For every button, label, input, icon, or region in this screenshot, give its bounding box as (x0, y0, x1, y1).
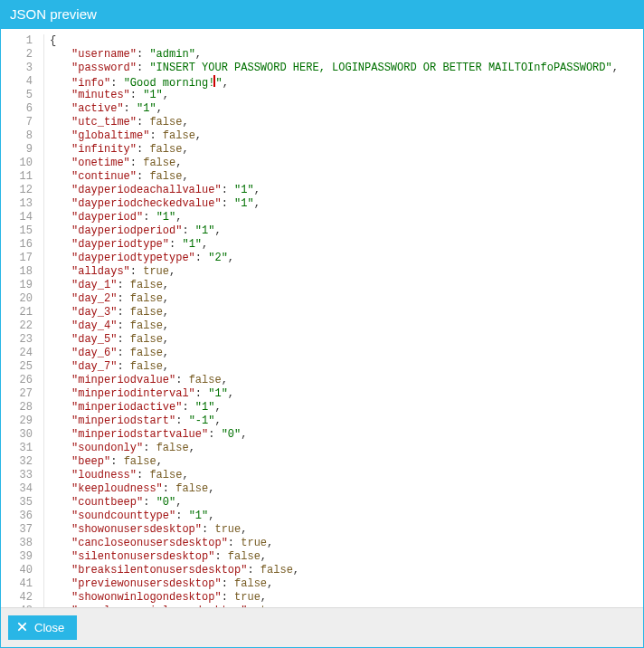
line-number: 32 (6, 455, 36, 469)
line-number: 18 (6, 265, 36, 279)
code-line[interactable]: "soundonly": false, (50, 442, 619, 455)
code-line[interactable]: "dayperiodperiod": "1", (50, 224, 619, 238)
code-line[interactable]: "infinity": false, (50, 143, 619, 157)
line-number: 13 (6, 197, 36, 211)
line-number: 3 (6, 62, 36, 75)
code-line[interactable]: "minutes": "1", (50, 89, 619, 102)
line-number: 16 (6, 238, 36, 252)
close-icon (17, 621, 27, 634)
line-number: 9 (6, 143, 36, 157)
line-number: 4 (6, 75, 36, 89)
line-number: 19 (6, 279, 36, 292)
line-number: 42 (6, 591, 36, 605)
code-line[interactable]: "cancloseonwinlogondesktop": true, (50, 605, 619, 607)
line-number: 39 (6, 550, 36, 564)
line-number: 34 (6, 482, 36, 496)
code-line[interactable]: "countbeep": "0", (50, 496, 619, 510)
line-number: 23 (6, 333, 36, 347)
close-button-label: Close (34, 621, 64, 634)
line-number: 14 (6, 211, 36, 224)
code-line[interactable]: "dayperiodtypetype": "2", (50, 252, 619, 265)
line-number: 15 (6, 224, 36, 238)
line-number: 37 (6, 523, 36, 537)
code-line[interactable]: "day_2": false, (50, 292, 619, 306)
line-number: 36 (6, 510, 36, 523)
line-number: 2 (6, 48, 36, 62)
dialog-footer: Close (1, 607, 643, 647)
line-number: 6 (6, 102, 36, 116)
code-line[interactable]: "password": "INSERT YOUR PASSWORD HERE, … (50, 62, 619, 75)
code-line[interactable]: "cancloseonusersdesktop": true, (50, 537, 619, 550)
code-line[interactable]: "showonwinlogondesktop": true, (50, 591, 619, 605)
line-number: 27 (6, 387, 36, 401)
code-line[interactable]: "silentonusersdesktop": false, (50, 550, 619, 564)
code-line[interactable]: "onetime": false, (50, 157, 619, 170)
code-line[interactable]: "minperiodvalue": false, (50, 374, 619, 387)
code-line[interactable]: "dayperiodtype": "1", (50, 238, 619, 252)
code-line[interactable]: "minperiodstart": "-1", (50, 415, 619, 428)
close-button[interactable]: Close (8, 615, 77, 640)
code-line[interactable]: "globaltime": false, (50, 129, 619, 143)
line-number-gutter: 1234567891011121314151617181920212223242… (6, 34, 44, 607)
code-line[interactable]: "breaksilentonusersdesktop": false, (50, 564, 619, 577)
line-number: 31 (6, 442, 36, 455)
line-number: 43 (6, 605, 36, 607)
code-line[interactable]: "day_5": false, (50, 333, 619, 347)
window-titlebar: JSON preview (1, 1, 643, 29)
code-line[interactable]: "info": "Good morning!", (50, 75, 619, 89)
line-number: 28 (6, 401, 36, 415)
code-line[interactable]: "soundcounttype": "1", (50, 510, 619, 523)
line-number: 5 (6, 89, 36, 102)
line-number: 1 (6, 34, 36, 48)
code-line[interactable]: "utc_time": false, (50, 116, 619, 129)
code-line[interactable]: "previewonusersdesktop": false, (50, 577, 619, 591)
code-line[interactable]: "keeploudness": false, (50, 482, 619, 496)
line-number: 25 (6, 360, 36, 374)
code-line[interactable]: "day_3": false, (50, 306, 619, 319)
code-line[interactable]: "day_6": false, (50, 347, 619, 360)
code-line[interactable]: "active": "1", (50, 102, 619, 116)
code-line[interactable]: "day_1": false, (50, 279, 619, 292)
line-number: 8 (6, 129, 36, 143)
code-editor[interactable]: 1234567891011121314151617181920212223242… (6, 34, 638, 607)
line-number: 17 (6, 252, 36, 265)
line-number: 10 (6, 157, 36, 170)
line-number: 33 (6, 469, 36, 482)
code-line[interactable]: "alldays": true, (50, 265, 619, 279)
code-line[interactable]: "dayperiodeachallvalue": "1", (50, 184, 619, 197)
code-line[interactable]: { (50, 34, 619, 48)
line-number: 40 (6, 564, 36, 577)
line-number: 29 (6, 415, 36, 428)
code-line[interactable]: "dayperiod": "1", (50, 211, 619, 224)
line-number: 22 (6, 319, 36, 333)
code-line[interactable]: "day_7": false, (50, 360, 619, 374)
code-line[interactable]: "username": "admin", (50, 48, 619, 62)
line-number: 7 (6, 116, 36, 129)
code-line[interactable]: "minperiodstartvalue": "0", (50, 428, 619, 442)
code-line[interactable]: "minperiodactive": "1", (50, 401, 619, 415)
code-line[interactable]: "dayperiodcheckedvalue": "1", (50, 197, 619, 211)
line-number: 30 (6, 428, 36, 442)
line-number: 12 (6, 184, 36, 197)
code-line[interactable]: "loudness": false, (50, 469, 619, 482)
line-number: 38 (6, 537, 36, 550)
code-line[interactable]: "day_4": false, (50, 319, 619, 333)
line-number: 26 (6, 374, 36, 387)
json-preview-window: JSON preview 123456789101112131415161718… (0, 0, 644, 648)
line-number: 21 (6, 306, 36, 319)
line-number: 35 (6, 496, 36, 510)
line-number: 20 (6, 292, 36, 306)
line-number: 41 (6, 577, 36, 591)
code-line[interactable]: "minperiodinterval": "1", (50, 387, 619, 401)
line-number: 24 (6, 347, 36, 360)
code-line[interactable]: "continue": false, (50, 170, 619, 184)
line-number: 11 (6, 170, 36, 184)
code-line[interactable]: "beep": false, (50, 455, 619, 469)
code-content[interactable]: {"username": "admin","password": "INSERT… (44, 34, 619, 607)
window-title: JSON preview (10, 6, 97, 22)
code-line[interactable]: "showonusersdesktop": true, (50, 523, 619, 537)
